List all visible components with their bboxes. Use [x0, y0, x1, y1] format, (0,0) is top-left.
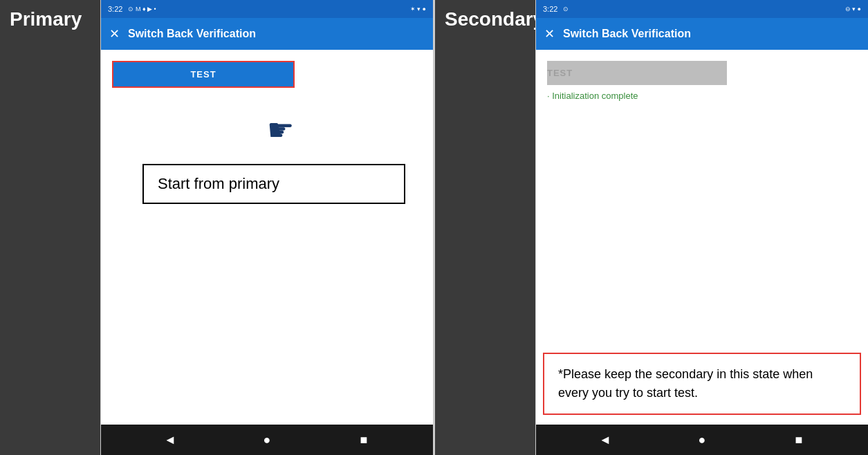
primary-nav-back[interactable]: ◄ [159, 429, 181, 451]
primary-status-icons-left: ⊙ M ♦ ▶ • [128, 6, 156, 12]
primary-status-bar: 3:22 ⊙ M ♦ ▶ • ✶ ▾ ● [101, 0, 433, 18]
secondary-status-icons-right: ⊖ ▾ ● [845, 6, 861, 12]
primary-test-button[interactable]: TEST [113, 62, 293, 86]
primary-close-icon[interactable]: ✕ [109, 26, 120, 41]
secondary-app-bar: ✕ Switch Back Verification [536, 18, 868, 50]
secondary-label: Secondary [435, 0, 535, 455]
secondary-note-text: *Please keep the secondary in this state… [558, 367, 813, 400]
secondary-init-message: · Initialization complete [547, 91, 857, 101]
secondary-bottom-nav: ◄ ● ■ [536, 425, 868, 455]
secondary-label-text: Secondary [445, 8, 544, 30]
primary-app-bar: ✕ Switch Back Verification [101, 18, 433, 50]
secondary-nav-back[interactable]: ◄ [594, 429, 616, 451]
primary-phone-frame: 3:22 ⊙ M ♦ ▶ • ✶ ▾ ● ✕ Switch Back Verif… [100, 0, 433, 455]
primary-panel: Primary 3:22 ⊙ M ♦ ▶ • ✶ ▾ ● ✕ Switch Ba… [0, 0, 433, 455]
primary-label: Primary [0, 0, 100, 455]
secondary-status-bar: 3:22 ⊙ ⊖ ▾ ● [536, 0, 868, 18]
secondary-close-icon[interactable]: ✕ [544, 26, 555, 41]
secondary-content: TEST · Initialization complete *Please k… [536, 50, 868, 425]
secondary-test-button: TEST [547, 61, 727, 85]
secondary-nav-home[interactable]: ● [691, 429, 713, 451]
primary-callout-box: Start from primary [142, 164, 405, 204]
secondary-time: 3:22 [543, 5, 557, 13]
primary-time: 3:22 [108, 5, 122, 13]
secondary-app-bar-title: Switch Back Verification [563, 28, 691, 40]
primary-test-button-wrapper: TEST [112, 61, 295, 88]
cursor-hand-icon: ☛ [267, 112, 294, 147]
secondary-phone-frame: 3:22 ⊙ ⊖ ▾ ● ✕ Switch Back Verification … [535, 0, 868, 455]
primary-status-right: ✶ ▾ ● [410, 6, 426, 12]
secondary-nav-recent[interactable]: ■ [788, 429, 810, 451]
primary-content: TEST ☛ Start from primary [101, 50, 433, 425]
primary-nav-home[interactable]: ● [256, 429, 278, 451]
secondary-note-box: *Please keep the secondary in this state… [543, 353, 861, 415]
primary-app-bar-title: Switch Back Verification [128, 28, 256, 40]
primary-status-left: 3:22 ⊙ M ♦ ▶ • [108, 5, 156, 13]
primary-callout-text: Start from primary [158, 175, 279, 192]
primary-label-text: Primary [10, 8, 82, 30]
primary-nav-recent[interactable]: ■ [353, 429, 375, 451]
secondary-test-button-container: TEST [547, 61, 857, 85]
secondary-status-icons-left: ⊙ [563, 6, 569, 12]
secondary-status-left: 3:22 ⊙ [543, 5, 569, 13]
secondary-status-right: ⊖ ▾ ● [845, 6, 861, 12]
secondary-panel: Secondary 3:22 ⊙ ⊖ ▾ ● ✕ Switch Back Ver… [435, 0, 868, 455]
primary-status-icons-right: ✶ ▾ ● [410, 6, 426, 12]
primary-bottom-nav: ◄ ● ■ [101, 425, 433, 455]
